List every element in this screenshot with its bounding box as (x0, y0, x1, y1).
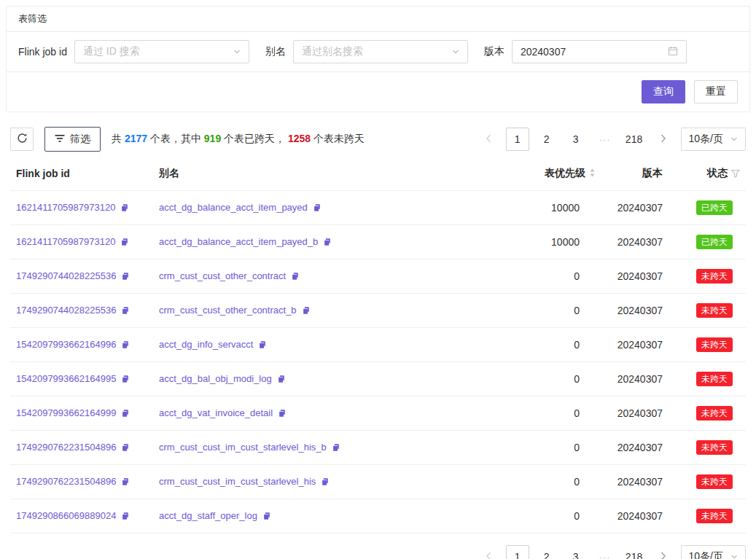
col-header-status[interactable]: 状态 (669, 156, 746, 191)
copy-icon[interactable] (120, 237, 129, 249)
next-page-button[interactable] (652, 545, 675, 559)
job-id-link[interactable]: 1621411705987973120 (16, 202, 115, 213)
funnel-icon[interactable] (731, 168, 740, 180)
copy-icon[interactable] (321, 477, 330, 488)
page-button-last[interactable]: 218 (623, 128, 646, 151)
sort-icon[interactable] (589, 168, 596, 180)
status-cell: 未跨天 (669, 362, 746, 396)
page-button-3[interactable]: 3 (564, 128, 588, 151)
priority-cell: 10000 (515, 225, 601, 259)
reset-button[interactable]: 重置 (694, 80, 738, 103)
job-id-link[interactable]: 1749290866069889024 (16, 510, 116, 521)
job-id-link[interactable]: 1542097993662164999 (16, 407, 116, 418)
pagination-ellipsis[interactable]: ··· (593, 128, 617, 151)
page-button-1[interactable]: 1 (506, 545, 529, 559)
alias-select[interactable]: 通过别名搜索 (293, 40, 468, 63)
filter-toggle-label: 筛选 (70, 133, 90, 146)
status-badge: 未跨天 (696, 303, 733, 318)
status-cell: 未跨天 (669, 465, 746, 499)
filter-card-title: 表筛选 (7, 7, 749, 32)
page-button-1[interactable]: 1 (506, 128, 529, 151)
alias-link[interactable]: acct_dg_balance_acct_item_payed (159, 202, 308, 213)
copy-icon[interactable] (302, 305, 311, 317)
page-size-select[interactable]: 10条/页 (681, 545, 746, 559)
job-id-cell: 1749290762231504896 (10, 465, 153, 499)
job-id-cell: 1621411705987973120 (10, 191, 153, 225)
alias-link[interactable]: acct_dg_staff_oper_log (159, 510, 257, 521)
col-header-priority[interactable]: 表优先级 (515, 156, 601, 191)
version-cell: 20240307 (601, 328, 669, 362)
page-button-3[interactable]: 3 (564, 545, 588, 559)
table-row: 1749290744028225536crm_cust_cust_other_c… (10, 294, 746, 328)
copy-icon[interactable] (121, 340, 130, 351)
prev-page-button[interactable] (477, 128, 500, 151)
chevron-right-icon (660, 551, 666, 559)
priority-cell: 0 (515, 294, 601, 328)
alias-link[interactable]: acct_dg_bal_obj_modi_log (159, 373, 272, 384)
pagination-bottom: 1 2 3 ··· 218 10条/页 (10, 545, 746, 559)
status-badge: 未跨天 (696, 406, 733, 421)
pagination-ellipsis[interactable]: ··· (593, 545, 617, 559)
alias-link[interactable]: crm_cust_cust_other_contract (159, 270, 286, 281)
job-id-link[interactable]: 1749290744028225536 (16, 270, 116, 281)
table-row: 1749290744028225536crm_cust_cust_other_c… (10, 259, 746, 294)
job-id-link[interactable]: 1749290744028225536 (16, 305, 116, 316)
alias-link[interactable]: acct_dg_vat_invoice_detail (159, 407, 273, 418)
copy-icon[interactable] (258, 340, 267, 351)
copy-icon[interactable] (313, 203, 322, 214)
copy-icon[interactable] (121, 408, 130, 420)
prev-page-button[interactable] (477, 545, 500, 559)
alias-cell: acct_dg_bal_obj_modi_log (153, 362, 515, 396)
job-id-link[interactable]: 1749290762231504896 (16, 476, 116, 487)
alias-cell: crm_cust_cust_other_contract (153, 259, 515, 294)
alias-link[interactable]: crm_cust_cust_other_contract_b (159, 305, 297, 316)
job-id-link[interactable]: 1542097993662164995 (16, 373, 116, 384)
copy-icon[interactable] (291, 271, 300, 283)
priority-cell: 0 (515, 431, 601, 465)
priority-cell: 0 (515, 328, 601, 362)
col-header-alias: 别名 (153, 156, 515, 191)
table-row: 1749290762231504896crm_cust_cust_im_cust… (10, 431, 746, 465)
copy-icon[interactable] (121, 442, 130, 454)
job-id-link[interactable]: 1621411705987973120 (16, 236, 115, 247)
copy-icon[interactable] (277, 374, 286, 386)
copy-icon[interactable] (121, 511, 130, 523)
page-button-last[interactable]: 218 (623, 545, 646, 559)
version-cell: 20240307 (601, 294, 669, 328)
version-cell: 20240307 (601, 499, 669, 533)
copy-icon[interactable] (323, 237, 332, 249)
job-id-select[interactable]: 通过 ID 搜索 (74, 40, 249, 63)
alias-link[interactable]: acct_dg_balance_acct_item_payed_b (159, 236, 318, 247)
status-cell: 未跨天 (669, 259, 746, 294)
page-button-2[interactable]: 2 (535, 545, 558, 559)
copy-icon[interactable] (121, 374, 130, 386)
job-id-link[interactable]: 1542097993662164996 (16, 339, 116, 350)
status-cell: 未跨天 (669, 396, 746, 431)
next-page-button[interactable] (652, 128, 675, 151)
alias-link[interactable]: crm_cust_cust_im_cust_starlevel_his (159, 476, 316, 487)
page-button-2[interactable]: 2 (535, 128, 558, 151)
chevron-left-icon (486, 551, 491, 559)
version-date-input[interactable]: 20240307 (512, 40, 687, 63)
copy-icon[interactable] (262, 511, 271, 523)
results-table: Flink job id 别名 表优先级 版本 状态 1621411705987… (10, 156, 746, 533)
chevron-down-icon (452, 46, 459, 58)
copy-icon[interactable] (121, 271, 130, 283)
copy-icon[interactable] (278, 408, 287, 420)
version-cell: 20240307 (601, 259, 669, 294)
copy-icon[interactable] (332, 442, 340, 454)
query-button[interactable]: 查询 (642, 80, 685, 103)
job-id-link[interactable]: 1749290762231504896 (16, 442, 116, 453)
page-size-select[interactable]: 10条/页 (681, 128, 746, 151)
copy-icon[interactable] (121, 477, 130, 488)
alias-link[interactable]: crm_cust_cust_im_cust_starlevel_his_b (159, 442, 327, 453)
filter-toggle-button[interactable]: 筛选 (44, 127, 101, 152)
refresh-button[interactable] (10, 128, 34, 151)
toolbar: 筛选 共 2177 个表，其中 919 个表已跨天， 1258 个表未跨天 1 … (10, 127, 746, 152)
alias-link[interactable]: acct_dg_info_servacct (159, 339, 253, 350)
job-id-placeholder: 通过 ID 搜索 (83, 45, 140, 58)
page: 表筛选 Flink job id 通过 ID 搜索 别名 通过别名搜索 版本 (0, 0, 756, 559)
job-id-cell: 1542097993662164996 (10, 328, 153, 362)
copy-icon[interactable] (121, 305, 130, 317)
copy-icon[interactable] (120, 203, 129, 214)
